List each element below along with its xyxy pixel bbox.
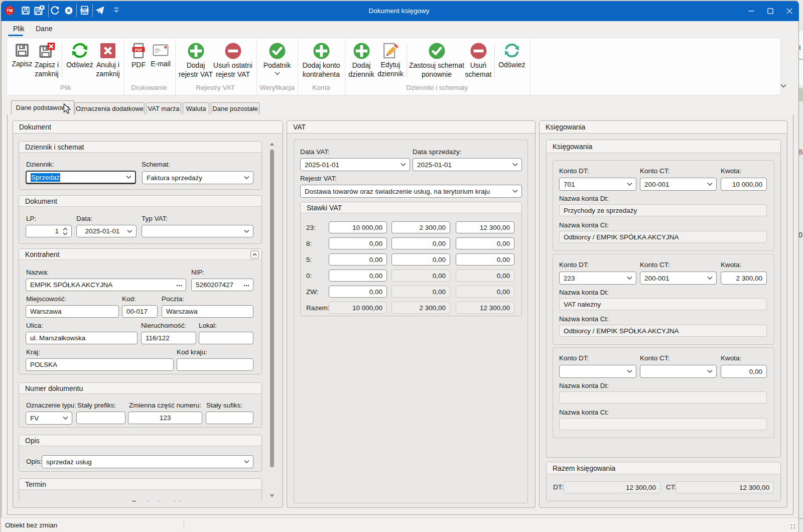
svg-text:TM: TM [7, 8, 13, 13]
svg-text:PDF: PDF [82, 9, 87, 12]
svg-text:PDF: PDF [135, 48, 143, 52]
